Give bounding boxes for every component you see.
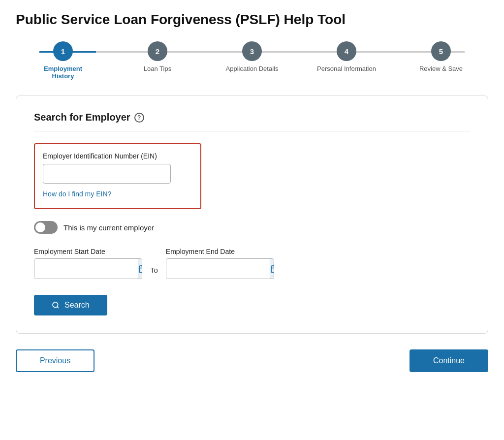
ein-link[interactable]: How do I find my EIN? bbox=[43, 190, 111, 198]
current-employer-label: This is my current employer bbox=[63, 223, 154, 232]
step-1[interactable]: 1 Employment History bbox=[16, 41, 110, 80]
ein-section: Employer Identification Number (EIN) How… bbox=[34, 143, 201, 209]
end-date-input[interactable] bbox=[166, 259, 270, 279]
current-employer-row: This is my current employer bbox=[34, 221, 470, 234]
footer-nav: Previous Continue bbox=[16, 349, 488, 372]
end-date-wrapper bbox=[166, 258, 274, 279]
ein-label: Employer Identification Number (EIN) bbox=[43, 152, 192, 160]
continue-button[interactable]: Continue bbox=[410, 349, 488, 372]
date-row: Employment Start Date To Employment End … bbox=[34, 248, 470, 279]
date-to-label: To bbox=[142, 266, 166, 279]
start-date-label: Employment Start Date bbox=[34, 248, 142, 255]
step-2[interactable]: 2 Loan Tips bbox=[110, 41, 205, 80]
end-date-group: Employment End Date bbox=[166, 248, 274, 279]
step-5[interactable]: 5 Review & Save bbox=[394, 41, 488, 80]
step-1-circle: 1 bbox=[53, 41, 73, 61]
step-4-label: Personal Information bbox=[317, 65, 376, 72]
help-icon[interactable]: ? bbox=[134, 113, 144, 123]
start-date-input[interactable] bbox=[34, 259, 138, 279]
step-3[interactable]: 3 Application Details bbox=[205, 41, 299, 80]
search-button-label: Search bbox=[64, 301, 90, 310]
current-employer-toggle[interactable] bbox=[34, 221, 58, 234]
step-4[interactable]: 4 Personal Information bbox=[299, 41, 394, 80]
start-date-calendar-button[interactable] bbox=[138, 259, 142, 279]
ein-input[interactable] bbox=[43, 164, 171, 184]
calendar-icon bbox=[270, 264, 274, 273]
card-title-row: Search for Employer ? bbox=[34, 112, 470, 123]
previous-button[interactable]: Previous bbox=[16, 349, 94, 372]
search-button[interactable]: Search bbox=[34, 295, 107, 315]
step-3-label: Application Details bbox=[226, 65, 279, 72]
page-title: Public Service Loan Forgiveness (PSLF) H… bbox=[16, 12, 488, 28]
step-4-circle: 4 bbox=[337, 41, 356, 61]
svg-line-9 bbox=[57, 307, 59, 308]
end-date-label: Employment End Date bbox=[166, 248, 274, 255]
step-5-label: Review & Save bbox=[419, 65, 463, 72]
start-date-wrapper bbox=[34, 258, 142, 279]
calendar-icon bbox=[138, 264, 142, 273]
step-1-label: Employment History bbox=[33, 65, 93, 80]
svg-rect-4 bbox=[271, 266, 274, 273]
step-2-circle: 2 bbox=[148, 41, 167, 61]
step-3-circle: 3 bbox=[242, 41, 262, 61]
step-5-circle: 5 bbox=[431, 41, 451, 61]
stepper: 1 Employment History 2 Loan Tips 3 Appli… bbox=[16, 41, 488, 80]
main-card: Search for Employer ? Employer Identific… bbox=[16, 95, 488, 334]
search-icon bbox=[52, 301, 60, 309]
card-title-text: Search for Employer bbox=[34, 112, 130, 123]
end-date-calendar-button[interactable] bbox=[270, 259, 274, 279]
start-date-group: Employment Start Date bbox=[34, 248, 142, 279]
card-divider bbox=[34, 131, 470, 131]
svg-point-8 bbox=[53, 302, 58, 308]
step-2-label: Loan Tips bbox=[144, 65, 171, 72]
